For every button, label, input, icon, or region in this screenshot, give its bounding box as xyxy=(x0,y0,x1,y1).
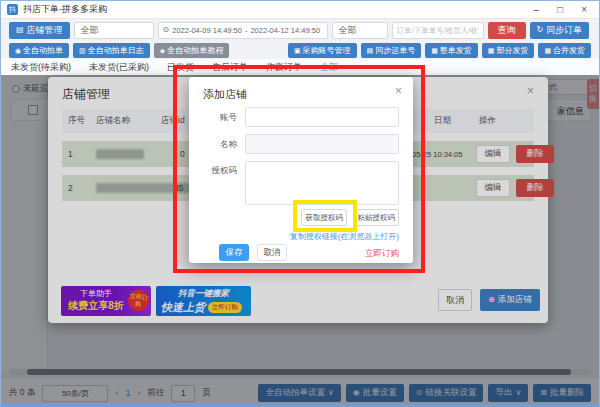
guide-icon: ◈ xyxy=(160,47,165,54)
cancel-button[interactable]: 取消 xyxy=(257,244,287,261)
paste-auth-code-button[interactable]: 粘贴授权码 xyxy=(353,209,399,226)
shop-icon: ▤ xyxy=(16,26,24,34)
modal-close-icon[interactable]: × xyxy=(395,84,402,98)
order-now-link[interactable]: 立即订购 xyxy=(365,248,399,260)
date-start: 2022-04-09 14:49:50 xyxy=(172,26,242,35)
ship-icon: ▦ xyxy=(544,47,551,54)
account-label: 账号 xyxy=(189,112,237,124)
store-filter-select[interactable]: 全部 xyxy=(74,22,154,39)
tab-shipped[interactable]: 已发货 xyxy=(167,61,194,74)
ship-merge-button[interactable]: ▦ 合并发货 xyxy=(538,43,591,58)
tab-unshipped-purchased[interactable]: 未发货(已采购) xyxy=(89,61,149,74)
app-window: 抖 抖店下单-拼多多采购 – □ × ▤ 店铺管理 全部 ⊙ 2022-04-0… xyxy=(0,0,600,407)
auth-code-label: 授权码 xyxy=(189,165,237,177)
tab-aftersale[interactable]: 售后订单 xyxy=(212,61,248,74)
tab-voided[interactable]: 作废订单 xyxy=(266,61,302,74)
search-input[interactable] xyxy=(392,22,484,39)
date-end: 2022-04-12 14:49:50 xyxy=(250,26,320,35)
get-auth-code-button[interactable]: 获取授权码 xyxy=(301,209,347,226)
minimize-button[interactable]: – xyxy=(534,4,540,15)
purchase-account-button[interactable]: ▣ 采购账号管理 xyxy=(288,43,357,58)
search-button[interactable]: 查询 xyxy=(488,22,526,39)
clock-icon: ⊙ xyxy=(163,26,170,34)
window-title: 抖店下单-拼多多采购 xyxy=(23,3,107,16)
status-filter-select[interactable]: 全部 xyxy=(332,22,388,39)
ship-partial-button[interactable]: ▦ 部分发货 xyxy=(482,43,535,58)
add-store-modal: 添加店铺 × 账号 名称 授权码 获取授权码 粘贴授权码 复制授权链接(在浏览器… xyxy=(189,77,413,263)
sync-orders-button[interactable]: ↻ 同步订单 xyxy=(530,22,590,39)
tracking-icon: ▤ xyxy=(367,47,374,54)
store-manage-button[interactable]: ▤ 店铺管理 xyxy=(9,22,70,39)
ship-whole-button[interactable]: ▦ 整单发货 xyxy=(425,43,478,58)
name-input xyxy=(245,134,399,154)
save-button[interactable]: 保存 xyxy=(219,244,249,261)
date-separator: - xyxy=(245,26,248,35)
copy-auth-link[interactable]: 复制授权链接(在浏览器上打开) xyxy=(290,231,399,242)
toolbar-primary: ▤ 店铺管理 全部 ⊙ 2022-04-09 14:49:50 - 2022-0… xyxy=(1,19,599,41)
order-status-tabs: 未发货(待采购) 未发货(已采购) 已发货 售后订单 作废订单 全部 xyxy=(1,59,599,75)
name-label: 名称 xyxy=(189,139,237,151)
tab-all[interactable]: 全部 xyxy=(320,61,338,74)
toolbar-secondary: ◉ 全自动拍单 ▥ 全自动拍单日志 ◈ 全自动拍单教程 ▣ 采购账号管理 ▤ 同… xyxy=(1,41,599,59)
auto-order-icon: ◉ xyxy=(15,47,21,54)
account-icon: ▣ xyxy=(294,47,301,54)
app-icon: 抖 xyxy=(7,4,18,15)
refresh-icon: ↻ xyxy=(537,26,544,34)
close-button[interactable]: × xyxy=(581,4,587,15)
log-icon: ▥ xyxy=(79,47,86,54)
date-range-picker[interactable]: ⊙ 2022-04-09 14:49:50 - 2022-04-12 14:49… xyxy=(158,22,328,39)
ship-icon: ▦ xyxy=(488,47,495,54)
maximize-button[interactable]: □ xyxy=(557,4,563,15)
auto-order-guide-button[interactable]: ◈ 全自动拍单教程 xyxy=(154,43,229,58)
auth-code-textarea[interactable] xyxy=(245,161,399,205)
auto-order-log-button[interactable]: ▥ 全自动拍单日志 xyxy=(73,43,150,58)
auto-order-button[interactable]: ◉ 全自动拍单 xyxy=(9,43,69,58)
account-input[interactable] xyxy=(245,107,399,127)
sync-tracking-button[interactable]: ▤ 同步运单号 xyxy=(361,43,422,58)
modal-title: 添加店铺 xyxy=(203,87,247,102)
ship-icon: ▦ xyxy=(431,47,438,54)
tab-unshipped-pending[interactable]: 未发货(待采购) xyxy=(11,61,71,74)
titlebar: 抖 抖店下单-拼多多采购 – □ × xyxy=(1,1,599,19)
